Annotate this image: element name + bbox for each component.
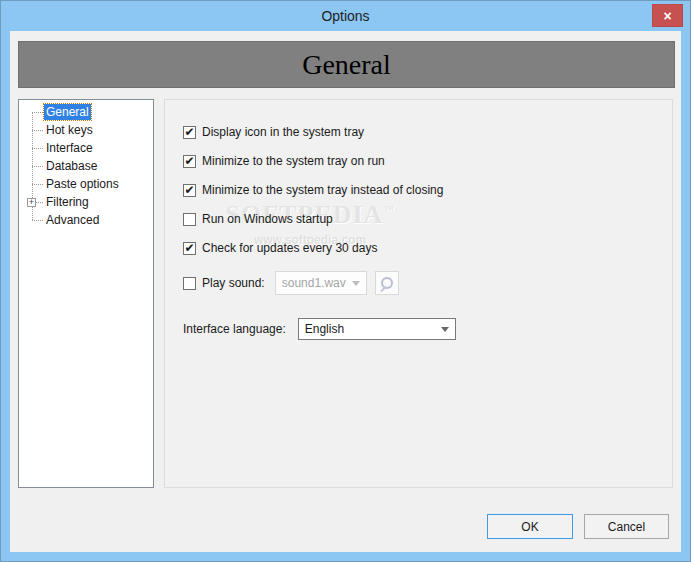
- language-label: Interface language:: [183, 322, 286, 336]
- tree-connector: [32, 220, 43, 221]
- ok-button[interactable]: OK: [487, 514, 573, 539]
- window-title: Options: [321, 8, 369, 24]
- tree-item-label: Interface: [44, 140, 95, 156]
- tree-item-paste-options[interactable]: Paste options: [19, 175, 153, 193]
- play-sound-test-button[interactable]: [375, 271, 399, 295]
- tree-connector: [32, 112, 43, 113]
- tree-connector: [32, 184, 43, 185]
- tree-item-hot-keys[interactable]: Hot keys: [19, 121, 153, 139]
- tree-item-interface[interactable]: Interface: [19, 139, 153, 157]
- close-button[interactable]: ×: [652, 4, 683, 27]
- close-icon: ×: [663, 9, 671, 23]
- checkbox-label[interactable]: Run on Windows startup: [202, 212, 333, 226]
- checkbox-row-minimize-on-run: ✔ Minimize to the system tray on run: [183, 154, 385, 168]
- interface-language-row: Interface language: English: [183, 318, 456, 340]
- sound-icon: [381, 277, 393, 289]
- options-window: Options × General General Hot keys Inter…: [0, 0, 691, 562]
- checkbox-minimize-on-run[interactable]: ✔: [183, 155, 196, 168]
- checkbox-row-run-on-startup: Run on Windows startup: [183, 212, 333, 226]
- chevron-down-icon: [441, 327, 449, 332]
- tree-connector: [36, 202, 43, 203]
- checkbox-row-system-tray-icon: ✔ Display icon in the system tray: [183, 125, 364, 139]
- tree-item-label: General: [44, 104, 91, 120]
- tree-item-label: Advanced: [44, 212, 101, 228]
- expand-plus-icon[interactable]: +: [27, 198, 36, 207]
- tree-item-filtering[interactable]: + Filtering: [19, 193, 153, 211]
- dialog-client-area: General General Hot keys Interface Datab…: [10, 31, 681, 552]
- page-header: General: [18, 41, 675, 88]
- tree-connector: [32, 166, 43, 167]
- checkbox-label[interactable]: Minimize to the system tray on run: [202, 154, 385, 168]
- checkbox-play-sound[interactable]: [183, 277, 196, 290]
- language-value: English: [305, 322, 344, 336]
- titlebar[interactable]: Options: [1, 1, 690, 31]
- play-sound-row: Play sound: sound1.wav: [183, 271, 399, 295]
- checkbox-row-check-updates: ✔ Check for updates every 30 days: [183, 241, 377, 255]
- checkbox-display-icon[interactable]: ✔: [183, 126, 196, 139]
- tree-item-label: Paste options: [44, 176, 121, 192]
- tree-connector: [32, 148, 43, 149]
- checkbox-label[interactable]: Display icon in the system tray: [202, 125, 364, 139]
- language-select[interactable]: English: [298, 318, 456, 340]
- chevron-down-icon: [352, 281, 360, 286]
- tree-item-label: Database: [44, 158, 99, 174]
- options-tree: General Hot keys Interface Database Past…: [18, 99, 154, 488]
- checkbox-minimize-on-close[interactable]: ✔: [183, 184, 196, 197]
- general-settings-panel: SOFTPEDIA™ www.softpedia.com ✔ Display i…: [164, 99, 673, 488]
- sound-file-value: sound1.wav: [282, 276, 346, 290]
- tree-item-label: Hot keys: [44, 122, 95, 138]
- checkbox-label[interactable]: Minimize to the system tray instead of c…: [202, 183, 443, 197]
- tree-item-database[interactable]: Database: [19, 157, 153, 175]
- checkbox-label[interactable]: Play sound:: [202, 276, 265, 290]
- checkbox-row-minimize-on-close: ✔ Minimize to the system tray instead of…: [183, 183, 443, 197]
- checkbox-check-updates[interactable]: ✔: [183, 242, 196, 255]
- checkbox-run-on-startup[interactable]: [183, 213, 196, 226]
- checkbox-label[interactable]: Check for updates every 30 days: [202, 241, 377, 255]
- tree-item-label: Filtering: [44, 194, 91, 210]
- tree-connector: [32, 130, 43, 131]
- sound-file-select[interactable]: sound1.wav: [275, 271, 367, 295]
- tree-item-general[interactable]: General: [19, 103, 153, 121]
- tree-item-advanced[interactable]: Advanced: [19, 211, 153, 229]
- page-title: General: [302, 49, 391, 81]
- cancel-button[interactable]: Cancel: [584, 514, 669, 539]
